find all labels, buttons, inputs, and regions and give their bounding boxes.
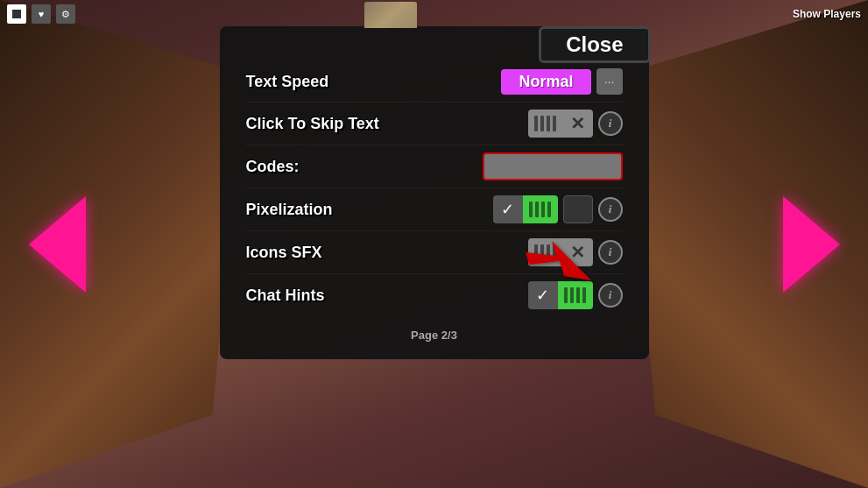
bar4 <box>553 244 556 260</box>
click-to-skip-toggle[interactable]: ✕ <box>528 110 593 138</box>
bar2 <box>540 116 544 131</box>
dialog-top-image <box>364 2 417 28</box>
bar3 <box>547 244 550 260</box>
bar1 <box>534 116 538 131</box>
chat-hints-info-button[interactable]: i <box>598 283 623 308</box>
top-bar-left: ♥ ⚙ <box>7 4 75 24</box>
codes-input[interactable] <box>483 152 623 180</box>
icons-sfx-info-button[interactable]: i <box>598 240 623 265</box>
right-arrow-icon <box>783 196 840 293</box>
toggle-bars-green <box>523 195 558 223</box>
chat-hints-label: Chat Hints <box>246 286 325 305</box>
bar1 <box>564 287 568 303</box>
icons-sfx-label: Icons SFX <box>246 244 322 262</box>
settings-dialog: Close Text Speed Normal ··· Click To Ski… <box>220 26 649 359</box>
more-icon: ··· <box>604 74 615 88</box>
codes-label: Codes: <box>246 158 300 176</box>
show-players-button[interactable]: Show Players <box>793 8 861 20</box>
bar4 <box>582 287 586 303</box>
bar4 <box>553 116 556 131</box>
bar2 <box>535 202 539 217</box>
codes-row: Codes: <box>246 145 623 188</box>
toggle-x-icon: ✕ <box>563 238 593 266</box>
arrow-left-button[interactable] <box>26 192 88 297</box>
click-to-skip-label: Click To Skip Text <box>246 115 379 133</box>
icons-sfx-toggle[interactable]: ✕ <box>528 238 593 266</box>
bar2 <box>540 244 544 260</box>
chat-hints-controls: ✓ i <box>528 281 623 309</box>
svg-rect-1 <box>12 10 21 18</box>
pixelization-info-button[interactable]: i <box>598 197 623 222</box>
codes-controls <box>483 152 623 180</box>
click-to-skip-row: Click To Skip Text ✕ i <box>246 103 623 145</box>
text-speed-normal-button[interactable]: Normal <box>501 69 590 95</box>
pixelization-toggle[interactable]: ✓ <box>493 195 558 223</box>
toggle-x-icon: ✕ <box>563 110 593 138</box>
text-speed-label: Text Speed <box>246 73 329 91</box>
icons-sfx-controls: ✕ i <box>528 238 623 266</box>
pixelization-row: Pixelization ✓ i <box>246 188 623 231</box>
toggle-check-icon: ✓ <box>493 195 523 223</box>
pixelization-controls: ✓ i <box>493 195 623 223</box>
gear-icon[interactable]: ⚙ <box>56 4 75 24</box>
arrow-right-button[interactable] <box>780 192 842 297</box>
toggle-bars-gray <box>528 110 563 138</box>
text-speed-more-button[interactable]: ··· <box>596 68 623 95</box>
toggle-check-icon: ✓ <box>528 281 558 309</box>
click-to-skip-controls: ✕ i <box>528 110 623 138</box>
bar4 <box>547 202 551 217</box>
roblox-icon <box>7 4 26 24</box>
bar3 <box>547 116 550 131</box>
top-bar: ♥ ⚙ Show Players <box>0 0 868 28</box>
dialog-content: Text Speed Normal ··· Click To Skip Text <box>220 44 649 342</box>
pixelization-label: Pixelization <box>246 201 333 219</box>
icons-sfx-row: Icons SFX ✕ i <box>246 231 623 274</box>
toggle-bars-gray <box>528 238 563 266</box>
health-icon: ♥ <box>32 4 51 24</box>
close-button[interactable]: Close <box>539 26 650 63</box>
text-speed-controls: Normal ··· <box>501 68 622 95</box>
click-to-skip-info-button[interactable]: i <box>598 111 623 136</box>
pixelization-preview <box>563 195 593 223</box>
toggle-bars-green <box>558 281 593 309</box>
chat-hints-row: Chat Hints ✓ i <box>246 274 623 316</box>
bar1 <box>529 202 533 217</box>
text-speed-row: Text Speed Normal ··· <box>246 61 623 103</box>
bar2 <box>570 287 574 303</box>
bar3 <box>541 202 545 217</box>
page-indicator: Page 2/3 <box>246 329 623 342</box>
left-arrow-icon <box>29 196 86 293</box>
bar1 <box>534 244 538 260</box>
bar3 <box>576 287 580 303</box>
chat-hints-toggle[interactable]: ✓ <box>528 281 593 309</box>
